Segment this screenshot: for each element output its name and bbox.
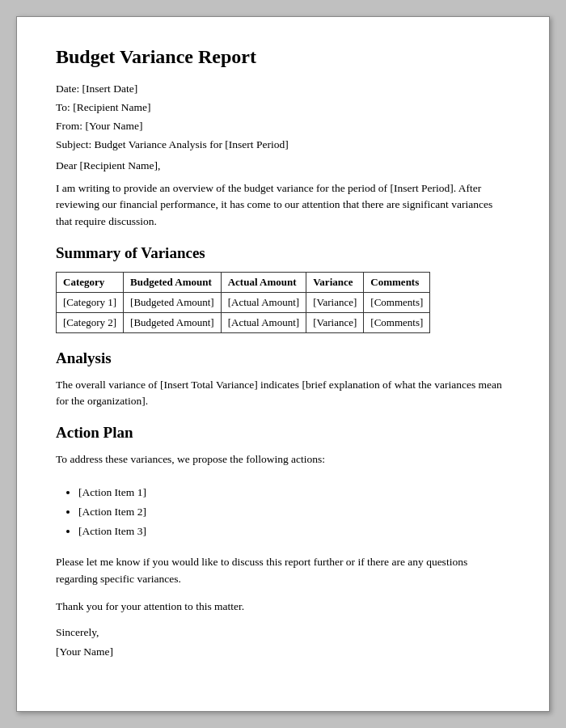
sincerely-line: Sincerely, xyxy=(56,626,510,639)
table-header-row: Category Budgeted Amount Actual Amount V… xyxy=(57,272,430,292)
action-heading: Action Plan xyxy=(56,424,510,442)
table-cell: [Variance] xyxy=(306,312,364,332)
action-item: [Action Item 2] xyxy=(78,502,510,522)
table-cell: [Actual Amount] xyxy=(221,292,306,312)
subject-line: Subject: Budget Variance Analysis for [I… xyxy=(56,138,510,151)
table-cell: [Comments] xyxy=(364,312,430,332)
table-cell: [Variance] xyxy=(306,292,364,312)
your-name-line: [Your Name] xyxy=(56,645,510,658)
table-cell: [Actual Amount] xyxy=(221,312,306,332)
col-header-budgeted: Budgeted Amount xyxy=(124,272,222,292)
dear-line: Dear [Recipient Name], xyxy=(56,159,510,172)
table-cell: [Comments] xyxy=(364,292,430,312)
document-page: Budget Variance Report Date: [Insert Dat… xyxy=(16,16,550,712)
action-item: [Action Item 1] xyxy=(78,483,510,502)
analysis-heading: Analysis xyxy=(56,349,510,367)
to-line: To: [Recipient Name] xyxy=(56,101,510,114)
summary-heading: Summary of Variances xyxy=(56,244,510,262)
action-items-list: [Action Item 1][Action Item 2][Action It… xyxy=(78,483,510,542)
closing-para-1: Please let me know if you would like to … xyxy=(56,554,510,587)
report-title: Budget Variance Report xyxy=(56,46,510,68)
col-header-category: Category xyxy=(57,272,124,292)
date-line: Date: [Insert Date] xyxy=(56,83,510,95)
variance-table: Category Budgeted Amount Actual Amount V… xyxy=(56,272,430,333)
closing-para-2: Thank you for your attention to this mat… xyxy=(56,599,510,615)
table-cell: [Budgeted Amount] xyxy=(124,292,222,312)
table-row: [Category 1][Budgeted Amount][Actual Amo… xyxy=(57,292,430,312)
col-header-variance: Variance xyxy=(306,272,364,292)
table-cell: [Budgeted Amount] xyxy=(124,312,222,332)
col-header-actual: Actual Amount xyxy=(221,272,306,292)
table-cell: [Category 2] xyxy=(57,312,124,332)
intro-paragraph: I am writing to provide an overview of t… xyxy=(56,180,510,230)
action-item: [Action Item 3] xyxy=(78,522,510,541)
action-intro: To address these variances, we propose t… xyxy=(56,451,510,468)
col-header-comments: Comments xyxy=(364,272,430,292)
table-cell: [Category 1] xyxy=(57,292,124,312)
table-row: [Category 2][Budgeted Amount][Actual Amo… xyxy=(57,312,430,332)
analysis-paragraph: The overall variance of [Insert Total Va… xyxy=(56,377,510,410)
from-line: From: [Your Name] xyxy=(56,120,510,133)
